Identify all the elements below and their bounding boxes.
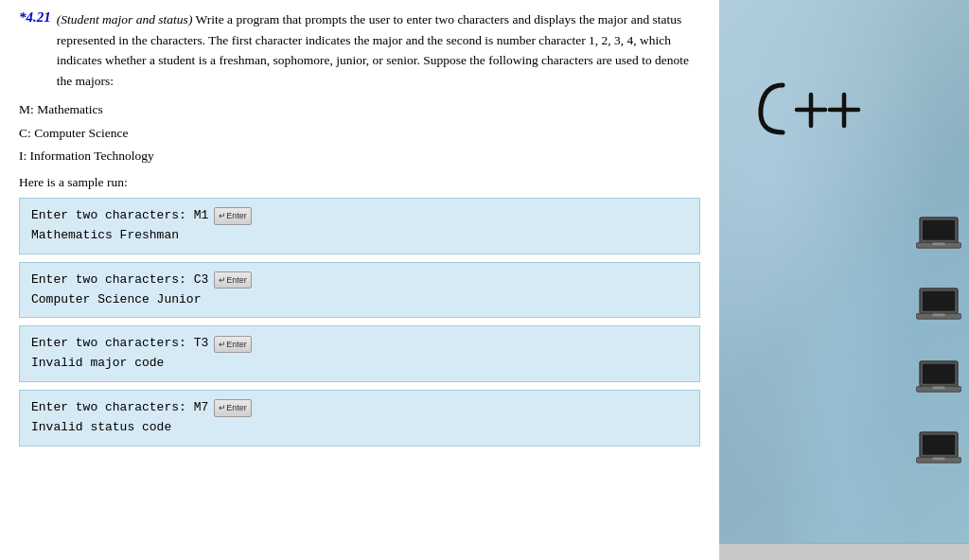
svg-rect-9 bbox=[923, 291, 955, 311]
terminal-output-4: Invalid status code bbox=[31, 418, 688, 438]
laptop-icon-3 bbox=[916, 359, 961, 395]
enter-button-1[interactable]: ↵Enter bbox=[214, 207, 252, 224]
main-content: *4.21 (Student major and status) Write a… bbox=[0, 0, 719, 560]
laptop-svg-1 bbox=[916, 216, 961, 252]
terminal-input-1: Enter two characters: M1 ↵Enter bbox=[31, 206, 688, 226]
cpp-logo bbox=[749, 71, 939, 147]
laptop-icon-2 bbox=[916, 287, 961, 323]
svg-rect-11 bbox=[932, 314, 944, 317]
enter-arrow-1: ↵ bbox=[219, 209, 226, 222]
svg-rect-5 bbox=[923, 220, 955, 240]
enter-button-4[interactable]: ↵Enter bbox=[214, 399, 252, 416]
problem-italic: (Student major and status) bbox=[57, 12, 193, 26]
terminal-prompt-2: Enter two characters: C3 bbox=[31, 271, 208, 290]
problem-header: *4.21 (Student major and status) Write a… bbox=[19, 9, 700, 91]
laptop-icon-1 bbox=[916, 216, 961, 252]
problem-text: (Student major and status) Write a progr… bbox=[57, 9, 700, 91]
terminal-output-3: Invalid major code bbox=[31, 354, 688, 374]
sidebar bbox=[719, 0, 969, 560]
svg-rect-15 bbox=[932, 387, 944, 390]
enter-arrow-3: ↵ bbox=[219, 338, 226, 351]
svg-rect-17 bbox=[923, 435, 955, 455]
terminal-box-4: Enter two characters: M7 ↵Enter Invalid … bbox=[19, 390, 700, 446]
terminal-input-3: Enter two characters: T3 ↵Enter bbox=[31, 334, 688, 354]
laptop-icon-4 bbox=[916, 430, 961, 466]
sample-run-label: Here is a sample run: bbox=[19, 175, 700, 190]
terminal-prompt-4: Enter two characters: M7 bbox=[31, 398, 208, 418]
terminal-prompt-3: Enter two characters: T3 bbox=[31, 334, 208, 354]
laptop-svg-4 bbox=[916, 430, 961, 466]
major-item-c: C: Computer Science bbox=[19, 122, 700, 145]
enter-arrow-4: ↵ bbox=[219, 401, 226, 414]
svg-rect-7 bbox=[932, 243, 944, 246]
svg-rect-13 bbox=[923, 364, 955, 384]
terminal-prompt-1: Enter two characters: M1 bbox=[31, 206, 208, 226]
major-list: M: Mathematics C: Computer Science I: In… bbox=[19, 98, 700, 167]
terminal-output-1: Mathematics Freshman bbox=[31, 226, 688, 246]
svg-rect-19 bbox=[932, 458, 944, 461]
terminal-output-2: Computer Science Junior bbox=[31, 290, 688, 310]
enter-button-3[interactable]: ↵Enter bbox=[214, 336, 252, 353]
major-item-i: I: Information Technology bbox=[19, 145, 700, 167]
major-item-m: M: Mathematics bbox=[19, 98, 700, 121]
terminal-box-1: Enter two characters: M1 ↵Enter Mathemat… bbox=[19, 198, 700, 254]
terminal-box-2: Enter two characters: C3 ↵Enter Computer… bbox=[19, 262, 700, 319]
enter-button-2[interactable]: ↵Enter bbox=[214, 271, 252, 289]
terminal-input-2: Enter two characters: C3 ↵Enter bbox=[31, 271, 688, 290]
bottom-bar bbox=[719, 543, 969, 560]
enter-arrow-2: ↵ bbox=[219, 273, 226, 287]
laptop-svg-3 bbox=[916, 359, 961, 395]
terminal-input-4: Enter two characters: M7 ↵Enter bbox=[31, 398, 688, 418]
terminal-box-3: Enter two characters: T3 ↵Enter Invalid … bbox=[19, 325, 700, 382]
problem-number: *4.21 bbox=[19, 9, 51, 26]
laptop-svg-2 bbox=[916, 287, 961, 323]
